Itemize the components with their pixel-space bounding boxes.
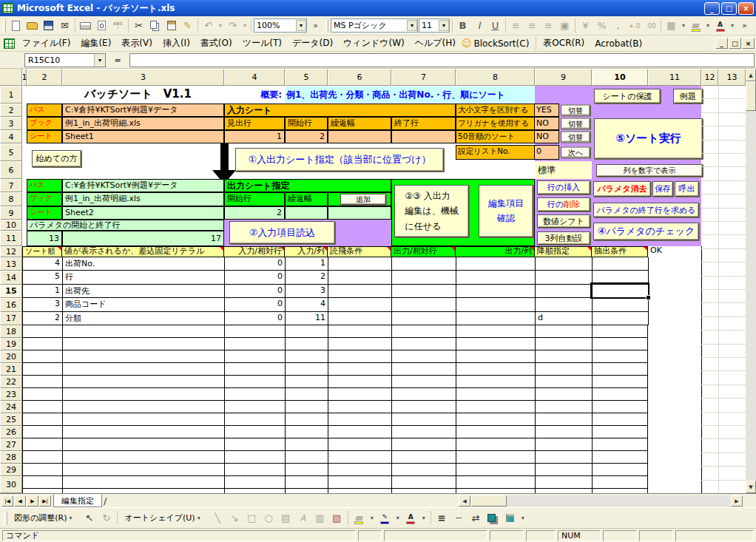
cell-extract-condition[interactable] — [593, 312, 649, 325]
workbook-close-button[interactable]: × — [742, 38, 755, 49]
cell-sort-order[interactable]: 3 — [23, 298, 63, 311]
merge-center-icon[interactable]: ▣ — [557, 18, 573, 33]
input-sheet-cell[interactable]: Sheet1 — [62, 130, 224, 143]
output-repeat-width-value[interactable] — [285, 206, 328, 220]
row-header[interactable]: 2 — [0, 104, 22, 117]
cell-descending[interactable] — [536, 271, 593, 284]
new-icon[interactable] — [8, 18, 24, 33]
select-all-corner[interactable] — [0, 69, 22, 86]
cell-skip-condition[interactable] — [328, 298, 392, 311]
cell-input-col[interactable]: 1 — [286, 257, 328, 271]
hscroll-right-icon[interactable]: ▶ — [731, 495, 743, 507]
column-header[interactable]: 8 — [456, 69, 535, 86]
restore-button[interactable]: □ — [721, 2, 737, 15]
column-header[interactable]: 5 — [285, 69, 328, 86]
menu-file[interactable]: ファイル(F) — [17, 35, 75, 51]
menu-acrobat[interactable]: Acrobat(B) — [590, 37, 647, 50]
italic-icon[interactable]: I — [471, 18, 487, 33]
row-header[interactable]: 6 — [0, 161, 22, 179]
cell-descending[interactable] — [536, 285, 593, 298]
auto-3col-button[interactable]: 3列自動設 — [537, 231, 590, 245]
param-find-end-button[interactable]: パラメタの終了行を求める — [593, 203, 699, 217]
copy-icon[interactable] — [147, 18, 163, 33]
tab-next-icon[interactable]: ▶ — [27, 495, 38, 507]
dash-style-icon[interactable]: ┄ — [451, 511, 467, 526]
align-right-icon[interactable]: ≡ — [541, 18, 556, 33]
row-header[interactable]: 29 — [0, 464, 22, 476]
show-columns-numeric-button[interactable]: 列を数字で表示 — [596, 164, 703, 177]
edit-item-confirm-button[interactable]: 編集項目 確認 — [479, 185, 533, 237]
row-header[interactable]: 18 — [0, 325, 22, 338]
param-clear-button[interactable]: パラメタ消去 — [593, 181, 651, 197]
redo-icon[interactable]: ↷ — [225, 18, 240, 33]
name-box-dropdown-icon[interactable]: ▾ — [94, 54, 105, 67]
draw-oval-icon[interactable]: ○ — [261, 511, 277, 526]
cell-output-col[interactable] — [456, 312, 536, 325]
header-input-col[interactable]: 入力/列 — [285, 246, 328, 257]
toolbar-overflow-icon[interactable]: » — [737, 18, 752, 33]
sheet-protect-button[interactable]: シートの保護 — [594, 89, 661, 104]
output-extra-value[interactable] — [328, 206, 391, 220]
cell-descending[interactable] — [536, 257, 593, 271]
cell-skip-condition[interactable] — [328, 257, 392, 271]
cell-ok[interactable] — [649, 285, 702, 298]
row-header[interactable]: 15 — [0, 285, 22, 298]
row-header[interactable]: 17 — [0, 312, 22, 325]
cell-output-rel-row[interactable] — [392, 312, 456, 325]
toolbar-handle[interactable] — [4, 512, 7, 525]
input-end-row-value[interactable] — [391, 130, 456, 143]
cell-ok[interactable] — [649, 257, 702, 271]
row-header[interactable]: 9 — [0, 206, 22, 220]
numeric-shift-button[interactable]: 数値シフト — [537, 214, 590, 228]
scroll-up-icon[interactable]: ▲ — [746, 69, 756, 81]
increase-decimal-icon[interactable]: +.0 — [627, 18, 642, 33]
row-header[interactable]: 7 — [0, 179, 22, 192]
menu-insert[interactable]: 挿入(I) — [158, 35, 195, 51]
cell-sort-order[interactable]: 1 — [23, 285, 63, 298]
cell-input-col[interactable]: 2 — [286, 271, 328, 284]
menu-data[interactable]: データ(D) — [287, 35, 338, 51]
output-path-cell[interactable]: C:¥倉持¥KTSort¥例題¥データ — [62, 179, 224, 192]
row-header[interactable]: 14 — [0, 271, 22, 284]
row-header[interactable]: 21 — [0, 363, 22, 376]
sort-run-button[interactable]: ⑤ソート実行 — [594, 118, 703, 159]
column-header[interactable]: 3 — [62, 69, 224, 86]
menu-view[interactable]: 表示(V) — [116, 35, 158, 51]
arrow-style-icon[interactable]: ⇄ — [468, 511, 484, 526]
print-preview-icon[interactable] — [94, 18, 109, 33]
borders-dropdown-icon[interactable]: ▾ — [680, 18, 687, 33]
row-header[interactable]: 5 — [0, 143, 22, 161]
tab-prev-icon[interactable]: ◀ — [14, 495, 26, 507]
header-item-value[interactable]: 値が表示されるか、差込固定リテラル — [62, 246, 224, 257]
row-header[interactable]: 20 — [0, 350, 22, 363]
cell-output-col[interactable] — [456, 271, 536, 284]
cell-output-rel-row[interactable] — [392, 271, 456, 284]
cell-input-rel-row[interactable]: 0 — [225, 257, 286, 271]
input-start-row-value[interactable]: 2 — [285, 130, 328, 143]
cell-item-name[interactable]: 商品コード — [63, 298, 225, 311]
font-color-icon[interactable]: A — [712, 18, 728, 33]
row-header[interactable]: 25 — [0, 413, 22, 426]
option-value[interactable]: NO — [534, 117, 559, 130]
row-header[interactable]: 27 — [0, 438, 22, 451]
recall-button[interactable]: 呼出 — [675, 181, 699, 197]
first-time-button[interactable]: 始めての方 — [32, 150, 81, 167]
header-skip-condition[interactable]: 読飛条件 — [328, 246, 391, 257]
free-rotate-icon[interactable]: ↻ — [98, 511, 114, 526]
option-toggle-button[interactable]: 次へ — [561, 147, 590, 158]
row-header[interactable]: 1 — [0, 86, 22, 104]
cell-sort-order[interactable]: 5 — [23, 271, 63, 284]
output-book-cell[interactable]: 例1_in_出荷明細.xls — [62, 192, 224, 206]
row-header[interactable]: 26 — [0, 426, 22, 438]
row-header[interactable]: 12 — [0, 246, 22, 257]
cell-input-rel-row[interactable]: 0 — [225, 298, 286, 311]
row-header[interactable]: 3 — [0, 117, 22, 130]
selected-cell-cursor[interactable] — [590, 282, 649, 299]
header-input-rel-row[interactable]: 入力/相対行 — [224, 246, 285, 257]
add-button[interactable]: 追加 — [340, 194, 386, 205]
option-toggle-button[interactable]: 切替 — [561, 105, 590, 116]
hscroll-left-icon[interactable]: ◀ — [459, 495, 470, 507]
select-objects-icon[interactable]: ↖ — [81, 511, 97, 526]
output-sheet-cell[interactable]: Sheet2 — [62, 206, 224, 220]
header-sort-order[interactable]: ソート順 — [22, 246, 62, 257]
